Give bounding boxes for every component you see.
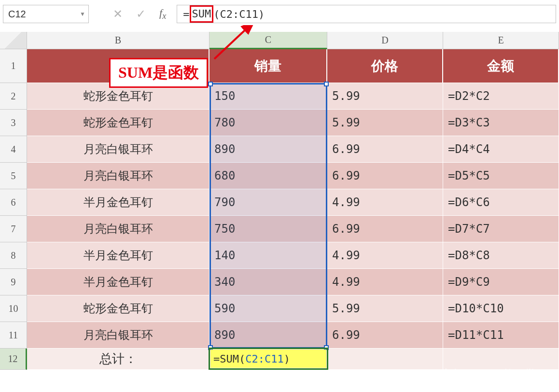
cell-product[interactable]: 月亮白银耳环 [27, 136, 210, 163]
table-header-row: 1 销量 价格 金额 [0, 49, 559, 83]
name-box[interactable]: C12 ▼ [3, 5, 89, 23]
cell-amount[interactable]: =D9*C9 [443, 269, 559, 295]
cell-qty[interactable]: 680 [210, 163, 327, 189]
table-row: 8 半月金色耳钉 140 4.99 =D8*C8 [0, 242, 559, 269]
cell-amount[interactable]: =D11*C11 [443, 322, 559, 349]
formula-bar: C12 ▼ ✕ ✓ fx =SUM(C2:C11) [0, 0, 559, 32]
cell-total-label[interactable]: 总计： [27, 349, 210, 370]
formula-bar-buttons: ✕ ✓ fx [107, 7, 172, 21]
cell-product[interactable]: 蛇形金色耳钉 [27, 295, 210, 322]
formula-args: (C2:C11) [213, 8, 265, 20]
watermark-logo-icon [427, 370, 437, 380]
cell-qty[interactable]: 150 [210, 83, 327, 110]
cell-amount[interactable]: =D7*C7 [443, 216, 559, 242]
cell-qty[interactable]: 140 [210, 242, 327, 269]
row-header[interactable]: 10 [0, 295, 27, 322]
column-headers: B C D E [27, 32, 559, 49]
cell-amount[interactable]: =D4*C4 [443, 136, 559, 163]
row-header[interactable]: 5 [0, 163, 27, 189]
cell-empty[interactable] [327, 349, 443, 370]
row-header[interactable]: 2 [0, 83, 27, 110]
cell-amount[interactable]: =D8*C8 [443, 242, 559, 269]
rows: 1 销量 价格 金额 2 蛇形金色耳钉 150 5.99 =D2*C2 3 蛇形… [0, 49, 559, 370]
cell-amount[interactable]: =D10*C10 [443, 295, 559, 322]
formula-input[interactable]: =SUM(C2:C11) [177, 5, 556, 23]
table-row: 7 月亮白银耳环 750 6.99 =D7*C7 [0, 216, 559, 242]
col-header-d[interactable]: D [327, 32, 443, 49]
cell-product[interactable]: 半月金色耳钉 [27, 189, 210, 216]
name-box-dropdown-icon[interactable]: ▼ [80, 11, 85, 17]
table-row: 11 月亮白银耳环 890 6.99 =D11*C11 [0, 322, 559, 349]
cell-qty[interactable]: 340 [210, 269, 327, 295]
header-cell-e[interactable]: 金额 [443, 49, 559, 83]
cell-qty[interactable]: 750 [210, 216, 327, 242]
cell-qty[interactable]: 890 [210, 136, 327, 163]
cell-product[interactable]: 半月金色耳钉 [27, 269, 210, 295]
cell-amount[interactable]: =D3*C3 [443, 110, 559, 136]
col-header-e[interactable]: E [443, 32, 559, 49]
watermark: 头条 @Excel教程学习 [427, 367, 547, 381]
col-header-c[interactable]: C [210, 32, 327, 49]
row-header-12[interactable]: 12 [0, 349, 27, 370]
cell-product[interactable]: 月亮白银耳环 [27, 322, 210, 349]
row-header[interactable]: 7 [0, 216, 27, 242]
cancel-icon[interactable]: ✕ [113, 7, 123, 21]
cell-price[interactable]: 6.99 [327, 216, 443, 242]
cell-product[interactable]: 蛇形金色耳钉 [27, 110, 210, 136]
cell-price[interactable]: 4.99 [327, 269, 443, 295]
cell-price[interactable]: 5.99 [327, 295, 443, 322]
spreadsheet-grid: B C D E 1 销量 价格 金额 2 蛇形金色耳钉 150 5.99 =D2… [0, 32, 559, 370]
cell-product[interactable]: 月亮白银耳环 [27, 163, 210, 189]
cell-qty[interactable]: 890 [210, 322, 327, 349]
cell-product[interactable]: 半月金色耳钉 [27, 242, 210, 269]
table-row: 3 蛇形金色耳钉 780 5.99 =D3*C3 [0, 110, 559, 136]
table-row: 5 月亮白银耳环 680 6.99 =D5*C5 [0, 163, 559, 189]
row-header[interactable]: 9 [0, 269, 27, 295]
row-header[interactable]: 3 [0, 110, 27, 136]
cell-price[interactable]: 4.99 [327, 189, 443, 216]
table-row: 9 半月金色耳钉 340 4.99 =D9*C9 [0, 269, 559, 295]
cell-price[interactable]: 5.99 [327, 83, 443, 110]
cell-qty[interactable]: 780 [210, 110, 327, 136]
name-box-value: C12 [8, 9, 26, 20]
cell-price[interactable]: 6.99 [327, 136, 443, 163]
cell-amount[interactable]: =D6*C6 [443, 189, 559, 216]
row-header-1[interactable]: 1 [0, 49, 27, 83]
formula-eq: = [183, 8, 189, 20]
cell-price[interactable]: 5.99 [327, 110, 443, 136]
header-cell-c[interactable]: 销量 [210, 49, 327, 83]
header-cell-d[interactable]: 价格 [327, 49, 443, 83]
table-row: 10 蛇形金色耳钉 590 5.99 =D10*C10 [0, 295, 559, 322]
cell-qty[interactable]: 790 [210, 189, 327, 216]
fx-icon[interactable]: fx [159, 7, 166, 21]
cell-price[interactable]: 6.99 [327, 322, 443, 349]
cell-amount[interactable]: =D5*C5 [443, 163, 559, 189]
cell-qty[interactable]: 590 [210, 295, 327, 322]
row-header[interactable]: 8 [0, 242, 27, 269]
watermark-text: 头条 @Excel教程学习 [440, 368, 547, 380]
cell-product[interactable]: 月亮白银耳环 [27, 216, 210, 242]
row-header[interactable]: 11 [0, 322, 27, 349]
table-row: 4 月亮白银耳环 890 6.99 =D4*C4 [0, 136, 559, 163]
cell-total-formula[interactable] [210, 349, 327, 370]
col-header-b[interactable]: B [27, 32, 210, 49]
formula-fn-boxed: SUM [190, 5, 214, 23]
confirm-icon[interactable]: ✓ [136, 7, 146, 21]
annotation-callout: SUM是函数 [109, 58, 208, 88]
table-row: 6 半月金色耳钉 790 4.99 =D6*C6 [0, 189, 559, 216]
select-all-corner[interactable] [0, 32, 27, 49]
table-row: 2 蛇形金色耳钉 150 5.99 =D2*C2 [0, 83, 559, 110]
row-header[interactable]: 6 [0, 189, 27, 216]
cell-price[interactable]: 6.99 [327, 163, 443, 189]
row-header[interactable]: 4 [0, 136, 27, 163]
cell-amount[interactable]: =D2*C2 [443, 83, 559, 110]
cell-price[interactable]: 4.99 [327, 242, 443, 269]
